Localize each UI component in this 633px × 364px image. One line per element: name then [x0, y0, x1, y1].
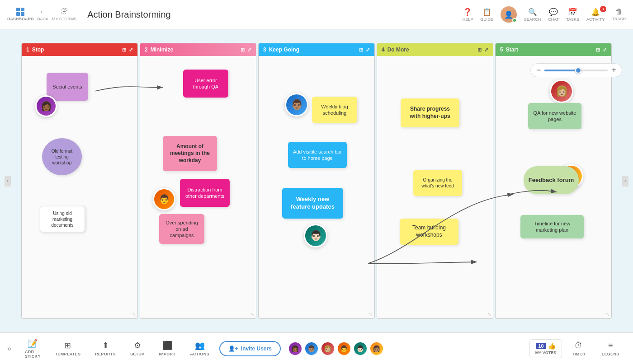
right-panel-handle[interactable]: ‹: [622, 176, 628, 187]
sticky-old-format[interactable]: Old format testing workshop: [42, 138, 82, 175]
sticky-meetings[interactable]: Amount of meetings in the workday: [163, 136, 217, 171]
column-start: 5 Start ⊞⤢ 👩🏼 QA for new website pages 👩…: [495, 43, 612, 319]
search-label: SEARCH: [524, 17, 541, 22]
legend-icon: ≡: [608, 341, 613, 350]
col-header-minimize: 2 Minimize ⊞⤢: [140, 43, 256, 56]
col-label-stop: Stop: [32, 47, 44, 53]
column-do-more: 4 Do More ⊞⤢ Share progress with higher-…: [377, 43, 493, 319]
dashboard-button[interactable]: DASHBOARD: [7, 8, 34, 21]
bottom-toolbar: » 📝 ADD STICKY ⊞ TEMPLATES ⬆ REPORTS ⚙ S…: [0, 332, 633, 364]
sticky-team-building[interactable]: Team building workshops: [400, 219, 458, 245]
canvas-area[interactable]: − + › ‹ 1 Stop ⊞⤢ Social events 👩🏾 Old f…: [0, 29, 633, 332]
sticky-overspending[interactable]: Over spending on ad campaigns: [159, 214, 204, 244]
trash-button[interactable]: 🗑 TRASH: [612, 8, 626, 21]
tasks-label: TASKS: [566, 17, 579, 22]
user-avatars-row: 👩🏾 👨🏽 👩🏼 👨 👨🏻 👩🏽: [288, 341, 384, 356]
sticky-feedback-forum[interactable]: Feedback forum: [524, 166, 579, 194]
zoom-slider[interactable]: [544, 70, 608, 71]
my-votes-button[interactable]: 10 👍 MY VOTES: [529, 339, 562, 358]
sticky-share-progress[interactable]: Share progress with higher-ups: [401, 98, 459, 127]
templates-button[interactable]: ⊞ TEMPLATES: [49, 338, 87, 359]
tasks-icon: 📅: [568, 8, 577, 16]
import-button[interactable]: ⬛ IMPORT: [152, 338, 182, 359]
tasks-button[interactable]: 📅 TASKS: [566, 8, 579, 22]
templates-icon: ⊞: [64, 341, 71, 350]
dashboard-label: DASHBOARD: [7, 17, 34, 21]
guide-button[interactable]: 📋 GUIDE: [480, 8, 493, 22]
chat-button[interactable]: 💬 CHAT: [548, 8, 559, 22]
activity-badge: 1: [600, 6, 606, 12]
timer-icon: ⏱: [575, 341, 583, 350]
reports-button[interactable]: ⬆ REPORTS: [89, 338, 122, 359]
sticky-old-marketing[interactable]: Using old marketing documents: [40, 206, 85, 232]
actions-icon: 👥: [195, 341, 205, 350]
user-avatar-2[interactable]: 👨🏽: [304, 341, 319, 356]
user-avatar-6[interactable]: 👩🏽: [369, 341, 384, 356]
add-sticky-icon: 📝: [28, 338, 38, 348]
back-button[interactable]: ← BACK: [38, 8, 49, 21]
sticky-distraction[interactable]: Distraction from other deparments: [180, 179, 230, 207]
guide-icon: 📋: [482, 8, 491, 16]
col-label-minimize: Minimize: [151, 47, 174, 53]
legend-button[interactable]: ≡ LEGEND: [595, 338, 626, 359]
toolbar-right: 10 👍 MY VOTES ⏱ TIMER ≡ LEGEND: [529, 338, 626, 359]
thumb-up-icon: 👍: [548, 342, 556, 350]
activity-label: ACTIVITY: [586, 17, 605, 22]
sticky-search-bar[interactable]: Add visible search bar to home page: [288, 142, 347, 168]
col4-resize[interactable]: ⤡: [487, 312, 491, 317]
activity-button[interactable]: 🔔 1 ACTIVITY: [586, 8, 605, 22]
user-avatar-4[interactable]: 👨: [337, 341, 351, 356]
timer-button[interactable]: ⏱ TIMER: [566, 338, 592, 359]
back-label: BACK: [38, 17, 49, 21]
invite-users-button[interactable]: 👤+ Invite Users: [219, 341, 281, 356]
search-button[interactable]: 🔍 SEARCH: [524, 8, 541, 22]
online-status: [512, 18, 517, 23]
templates-label: TEMPLATES: [55, 352, 81, 356]
col3-resize[interactable]: ⤡: [369, 312, 373, 317]
left-panel-handle[interactable]: ›: [5, 176, 11, 187]
avatar-col5-1: 👩🏼: [550, 79, 573, 103]
zoom-in-button[interactable]: +: [611, 65, 616, 75]
zoom-out-button[interactable]: −: [536, 65, 541, 75]
nav-left-group: DASHBOARD ← BACK ⛈ MY STORMS: [7, 8, 76, 21]
col5-resize[interactable]: ⤡: [606, 312, 609, 317]
import-icon: ⬛: [162, 341, 172, 350]
add-sticky-label: ADD STICKY: [25, 350, 41, 359]
sticky-social-events[interactable]: Social events: [47, 73, 88, 101]
col-label-do-more: Do More: [387, 47, 409, 53]
col-header-keep-going: 3 Keep Going ⊞⤢: [259, 43, 374, 56]
user-avatar-5[interactable]: 👨🏻: [353, 341, 368, 356]
timer-label: TIMER: [572, 352, 586, 356]
col2-resize[interactable]: ⤡: [250, 312, 254, 317]
mystorms-button[interactable]: ⛈ MY STORMS: [52, 8, 76, 21]
help-button[interactable]: ❓ HELP: [463, 8, 473, 22]
invite-icon: 👤+: [228, 345, 238, 352]
actions-label: ACTIONS: [190, 352, 209, 356]
sticky-timeline-marketing[interactable]: Timeline for new marketing plan: [520, 215, 584, 238]
invite-label: Invite Users: [241, 345, 272, 352]
expand-icon[interactable]: »: [7, 345, 11, 353]
col-header-do-more: 4 Do More ⊞⤢: [377, 43, 493, 56]
sticky-qa-website[interactable]: QA for new website pages: [528, 103, 581, 129]
zoom-thumb[interactable]: [575, 67, 581, 74]
user-avatar-3[interactable]: 👩🏼: [321, 341, 335, 356]
back-icon: ←: [39, 8, 47, 16]
avatar-col1-1: 👩🏾: [35, 95, 57, 117]
activity-icon: 🔔: [591, 8, 600, 16]
col1-resize[interactable]: ⤡: [132, 312, 136, 317]
trash-label: TRASH: [612, 17, 626, 21]
avatar-col2-1: 👨: [153, 188, 175, 210]
setup-button[interactable]: ⚙ SETUP: [124, 338, 151, 359]
sticky-weekly-features[interactable]: Weekly new feature updates: [282, 188, 343, 219]
actions-button[interactable]: 👥 ACTIONS: [184, 338, 216, 359]
sticky-user-error[interactable]: User error through QA: [183, 70, 228, 98]
user-avatar-1[interactable]: 👩🏾: [288, 341, 302, 356]
sticky-organizing-feed[interactable]: Organizing the what's new feed: [413, 170, 462, 196]
add-sticky-button[interactable]: 📝 ADD STICKY: [19, 336, 47, 361]
zoom-track: [544, 70, 576, 71]
nav-right-group: ❓ HELP 📋 GUIDE 👤 🔍 SEARCH 💬 CHAT 📅 TASKS…: [463, 6, 626, 23]
sticky-blog-scheduling[interactable]: Weekly blog scheduling: [312, 97, 357, 123]
user-avatar[interactable]: 👤: [501, 6, 517, 23]
mystorms-icon: ⛈: [61, 8, 68, 16]
setup-label: SETUP: [130, 352, 145, 356]
